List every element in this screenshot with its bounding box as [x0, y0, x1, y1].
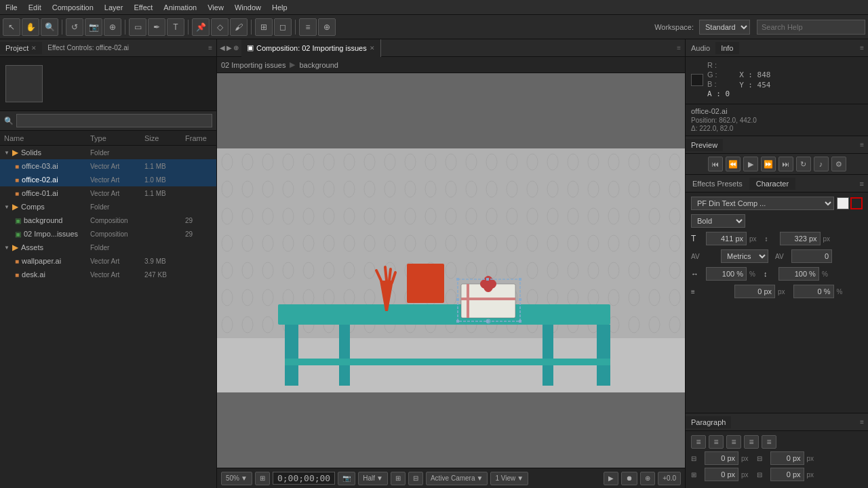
toggle-transparency[interactable]: ⊞ — [391, 472, 406, 485]
kerning-select[interactable]: Metrics — [721, 249, 768, 263]
align-center[interactable]: ≡ — [709, 435, 724, 449]
comp-panel-menu[interactable]: ≡ — [673, 44, 685, 52]
col-header-name[interactable]: Name — [4, 134, 90, 142]
tab-effects-presets[interactable]: Effects Presets — [686, 178, 749, 190]
font-size-input[interactable] — [706, 232, 747, 245]
hand-tool[interactable]: ✋ — [22, 18, 39, 36]
align-left[interactable]: ≡ — [691, 435, 706, 449]
shape-tool[interactable]: ◇ — [211, 18, 229, 36]
project-item-wallpaper[interactable]: ■ wallpaper.ai Vector Art 3.9 MB — [0, 254, 216, 268]
menu-animation[interactable]: Animation — [158, 2, 202, 13]
preview-prev[interactable]: ⏪ — [726, 157, 741, 171]
text-tool[interactable]: T — [167, 18, 184, 36]
preview-next[interactable]: ⏩ — [761, 157, 776, 171]
rotate-tool[interactable]: ↺ — [66, 18, 83, 36]
font-weight-select[interactable]: Bold — [691, 214, 745, 228]
menu-help[interactable]: Help — [267, 2, 293, 13]
menu-layer[interactable]: Layer — [99, 2, 129, 13]
zoom-selector[interactable]: 50% ▼ — [221, 472, 252, 485]
preview-settings[interactable]: ⚙ — [831, 157, 846, 171]
comp-tab-close[interactable]: ✕ — [370, 45, 375, 52]
paragraph-panel-menu[interactable]: ≡ — [856, 418, 868, 426]
menu-edit[interactable]: Edit — [23, 2, 47, 13]
project-item-office03[interactable]: ■ office-03.ai Vector Art 1.1 MB — [0, 159, 216, 173]
preview-audio[interactable]: ♪ — [814, 157, 829, 171]
search-help-input[interactable] — [757, 20, 865, 35]
render-btn[interactable]: ▶ — [604, 472, 618, 485]
baseline-input[interactable] — [734, 285, 775, 298]
quality-selector[interactable]: Half ▼ — [358, 472, 388, 485]
pen-tool[interactable]: ✒ — [148, 18, 165, 36]
effects-panel-menu[interactable]: ≡ — [856, 180, 868, 188]
hscale-input[interactable] — [706, 267, 747, 281]
leading-input[interactable] — [780, 232, 821, 245]
paint-tool[interactable]: 🖌 — [230, 18, 248, 36]
comp-tab-new[interactable]: ⊕ — [233, 44, 239, 52]
indent-left-input[interactable] — [705, 451, 738, 465]
project-item-import-comp[interactable]: ▣ 02 Impo...issues Composition 29 — [0, 227, 216, 241]
space-after-input[interactable] — [770, 468, 804, 481]
preview-last[interactable]: ⏭ — [778, 157, 793, 171]
reset-exposure[interactable]: +0.0 — [658, 472, 681, 485]
toggle-grid[interactable]: ⊟ — [408, 472, 423, 485]
eraser-tool[interactable]: ◻ — [274, 18, 292, 36]
selection-tool[interactable]: ↖ — [3, 18, 20, 36]
camera-tool[interactable]: 📷 — [85, 18, 102, 36]
menu-effect[interactable]: Effect — [128, 2, 158, 13]
draft-btn[interactable]: ⊕ — [640, 472, 655, 485]
menu-composition[interactable]: Composition — [47, 2, 99, 13]
align-justify-last[interactable]: ≡ — [762, 435, 776, 449]
rect-tool[interactable]: ▭ — [129, 18, 146, 36]
tab-audio[interactable]: Audio — [686, 42, 715, 54]
tab-paragraph[interactable]: Paragraph — [686, 416, 731, 428]
extra-input[interactable] — [793, 285, 834, 298]
preview-panel-menu[interactable]: ≡ — [856, 141, 868, 148]
tab-preview[interactable]: Preview — [686, 139, 723, 151]
preview-loop[interactable]: ↻ — [796, 157, 811, 171]
tab-character[interactable]: Character — [749, 178, 795, 190]
breadcrumb-item-2[interactable]: background — [299, 61, 338, 69]
project-item-solids[interactable]: ▼ ▶ Solids Folder — [0, 146, 216, 159]
puppet-tool[interactable]: 📌 — [192, 18, 210, 36]
tab-info[interactable]: Info — [715, 42, 738, 54]
indent-right-input[interactable] — [770, 451, 804, 465]
tracking-input[interactable] — [791, 249, 832, 263]
menu-window[interactable]: Window — [229, 2, 267, 13]
breadcrumb-item-1[interactable]: 02 Importing issues — [221, 61, 285, 69]
comp-nav-back[interactable]: ◀ — [220, 44, 225, 52]
composition-time[interactable]: 0;00;00;00 — [273, 472, 335, 485]
tab-project-close[interactable]: ✕ — [31, 45, 37, 52]
space-before-input[interactable] — [705, 468, 738, 481]
project-item-bg-comp[interactable]: ▣ background Composition 29 — [0, 214, 216, 227]
clone-tool[interactable]: ⊞ — [255, 18, 273, 36]
project-item-comps[interactable]: ▼ ▶ Comps Folder — [0, 200, 216, 214]
record-btn[interactable]: ⏺ — [621, 472, 637, 485]
col-header-type[interactable]: Type — [90, 134, 144, 142]
col-header-frame[interactable]: Frame — [185, 134, 212, 142]
info-panel-menu[interactable]: ≡ — [856, 44, 868, 52]
col-header-size[interactable]: Size — [144, 134, 185, 142]
project-item-assets[interactable]: ▼ ▶ Assets Folder — [0, 241, 216, 254]
align-right[interactable]: ≡ — [726, 435, 741, 449]
zoom-tool[interactable]: 🔍 — [41, 18, 58, 36]
workspace-select[interactable]: Standard — [699, 20, 750, 35]
pan-tool[interactable]: ⊕ — [104, 18, 121, 36]
preview-play[interactable]: ▶ — [743, 157, 758, 171]
tab-effect-controls[interactable]: Effect Controls: office-02.ai — [42, 42, 134, 54]
project-item-desk[interactable]: ■ desk.ai Vector Art 247 KB — [0, 268, 216, 281]
extra-tool-1[interactable]: ≡ — [299, 18, 317, 36]
align-justify[interactable]: ≡ — [744, 435, 759, 449]
font-family-select[interactable]: PF Din Text Comp ... — [691, 197, 834, 210]
project-item-office02[interactable]: ■ office-02.ai Vector Art 1.0 MB — [0, 173, 216, 186]
extra-tool-2[interactable]: ⊕ — [318, 18, 336, 36]
fill-color-swatch[interactable] — [837, 197, 849, 209]
stroke-color-swatch[interactable] — [850, 197, 863, 209]
view-count-selector[interactable]: 1 View ▼ — [490, 472, 528, 485]
project-search-input[interactable] — [16, 114, 212, 127]
viewport[interactable] — [217, 73, 685, 468]
preview-size-btn[interactable]: ⊞ — [255, 472, 270, 485]
active-camera-selector[interactable]: Active Camera ▼ — [426, 472, 488, 485]
menu-view[interactable]: View — [202, 2, 229, 13]
vscale-input[interactable] — [778, 267, 819, 281]
project-panel-menu[interactable]: ≡ — [204, 44, 216, 52]
